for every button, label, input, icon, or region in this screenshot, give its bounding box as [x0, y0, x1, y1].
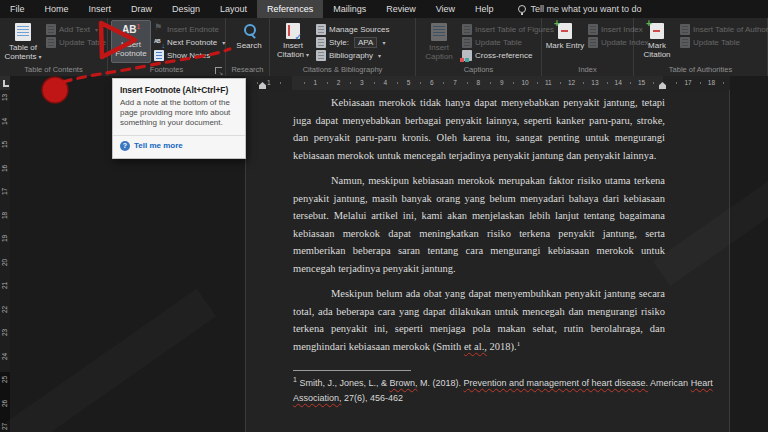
ribbon-group-table-of-contents: Table of Contents▾ Add Text ▾ Update Tab…	[0, 18, 108, 76]
mark-entry-button[interactable]: Mark Entry	[545, 20, 585, 63]
tab-review[interactable]: Review	[376, 0, 426, 18]
footnote-text: 1 Smith, J., Jones, L., & Brown, M. (201…	[293, 376, 713, 405]
next-footnote-icon	[154, 37, 164, 48]
ruler-tick: 20	[0, 256, 10, 268]
tab-home[interactable]: Home	[35, 0, 79, 18]
ruler-tick: 21	[0, 279, 10, 291]
word-window: FileHomeInsertDrawDesignLayoutReferences…	[0, 0, 768, 432]
ruler-tick: 23	[0, 326, 10, 338]
lightbulb-icon	[518, 5, 526, 13]
style-selector[interactable]: Style: APA ▾	[315, 36, 390, 48]
tab-design[interactable]: Design	[162, 0, 210, 18]
ruler-dot	[374, 82, 375, 84]
ruler-tick: 18	[0, 209, 10, 221]
group-label-captions: Captions	[416, 64, 541, 76]
update-table-icon	[680, 37, 690, 48]
insert-index-button[interactable]: Insert Index	[587, 23, 631, 35]
cross-reference-icon	[462, 50, 472, 61]
tab-file[interactable]: File	[0, 0, 35, 18]
ruler-tick: 15	[0, 138, 10, 150]
ruler-tick: 1	[313, 76, 317, 90]
insert-table-of-authorities-button[interactable]: Insert Table of Authorities	[679, 23, 765, 35]
bibliography-button[interactable]: Bibliography ▾	[315, 49, 390, 61]
v-ruler: 131415161718192021222324252627	[0, 90, 10, 432]
insert-caption-icon	[431, 23, 447, 41]
tab-insert[interactable]: Insert	[79, 0, 122, 18]
tab-references[interactable]: References	[257, 0, 323, 18]
ribbon-group-footnotes: AB1 Insert Footnote Insert Endnote Next …	[108, 18, 226, 76]
ruler-tick: 18	[708, 76, 715, 90]
ruler-dot	[327, 82, 328, 84]
tell-me-label: Tell me what you want to do	[531, 4, 642, 14]
update-table-button[interactable]: Update Table	[45, 36, 105, 48]
ruler-dot	[537, 82, 538, 84]
group-label-index: Index	[542, 64, 633, 76]
ribbon-group-table-of-authorities: Mark Citation Insert Table of Authoritie…	[634, 18, 768, 76]
insert-endnote-button[interactable]: Insert Endnote	[153, 23, 223, 35]
tab-list: FileHomeInsertDrawDesignLayoutReferences…	[0, 0, 504, 18]
insert-table-of-authorities-icon	[680, 24, 690, 35]
manage-sources-icon	[316, 24, 326, 35]
ribbon-tab-bar: FileHomeInsertDrawDesignLayoutReferences…	[0, 0, 768, 18]
ruler-tick: 17	[0, 185, 10, 197]
ribbon-group-research: Search Research	[226, 18, 270, 76]
tell-me-search[interactable]: Tell me what you want to do	[518, 0, 642, 18]
style-icon	[316, 37, 326, 48]
ruler-tick: 13	[591, 76, 598, 90]
insert-index-icon	[588, 24, 598, 35]
ruler-tick: 25	[0, 373, 10, 385]
dropdown-caret-icon: ▾	[39, 54, 42, 60]
next-footnote-button[interactable]: Next Footnote ▾	[153, 36, 223, 48]
show-notes-button[interactable]: Show Notes	[153, 49, 223, 61]
manage-sources-button[interactable]: Manage Sources	[315, 23, 390, 35]
insert-footnote-icon: AB1	[119, 23, 143, 38]
tab-help[interactable]: Help	[465, 0, 504, 18]
ruler-dot	[630, 82, 631, 84]
ribbon-group-citations: Insert Citation▾ Manage Sources Style: A…	[270, 18, 416, 76]
insert-caption-button[interactable]: Insert Caption	[419, 20, 459, 63]
tab-view[interactable]: View	[426, 0, 465, 18]
update-table-figures-button[interactable]: Update Table	[461, 36, 539, 48]
update-index-button[interactable]: Update Index	[587, 36, 631, 48]
help-icon: ?	[120, 141, 130, 151]
insert-citation-button[interactable]: Insert Citation▾	[273, 20, 313, 63]
tab-stop-selector[interactable]	[0, 76, 10, 90]
dropdown-caret-icon: ▾	[222, 39, 225, 46]
ruler-dot	[350, 82, 351, 84]
ruler-dot	[723, 82, 724, 84]
ruler-dot	[490, 82, 491, 84]
ruler-dot	[257, 82, 258, 84]
insert-endnote-icon	[154, 24, 164, 35]
ruler-tick: 9	[500, 76, 504, 90]
style-value[interactable]: APA	[354, 37, 377, 48]
ruler-dot	[583, 82, 584, 84]
paragraph: Meskipun belum ada obat yang dapat menye…	[293, 285, 665, 357]
document-page[interactable]: Kebiasaan merokok tidak hanya dapat meny…	[245, 90, 730, 432]
tell-me-more-link[interactable]: ? Tell me more	[113, 136, 245, 158]
ruler-tick: 4	[383, 76, 387, 90]
left-indent-marker[interactable]	[259, 82, 266, 89]
group-label-research: Research	[226, 64, 269, 76]
group-label-footnotes: Footnotes	[108, 64, 225, 76]
insert-footnote-button[interactable]: AB1 Insert Footnote	[111, 20, 151, 63]
add-text-button[interactable]: Add Text ▾	[45, 23, 105, 35]
insert-table-of-figures-button[interactable]: Insert Table of Figures	[461, 23, 539, 35]
body-text: Kebiasaan merokok tidak hanya dapat meny…	[293, 90, 665, 405]
search-button[interactable]: Search	[229, 20, 269, 63]
tooltip-title: Insert Footnote (Alt+Ctrl+F)	[113, 79, 245, 98]
ruler-tick: 19	[0, 232, 10, 244]
footnotes-dialog-launcher[interactable]	[215, 67, 222, 74]
tab-layout[interactable]: Layout	[210, 0, 257, 18]
cross-reference-button[interactable]: Cross-reference	[461, 49, 539, 61]
update-table-authorities-button[interactable]: Update Table	[679, 36, 765, 48]
ruler-tick: 5	[407, 76, 411, 90]
mark-citation-button[interactable]: Mark Citation	[637, 20, 677, 63]
tab-mailings[interactable]: Mailings	[323, 0, 376, 18]
table-of-contents-button[interactable]: Table of Contents▾	[3, 20, 43, 63]
ruler-tick: 14	[615, 76, 622, 90]
ruler-tick: 1	[267, 76, 271, 90]
mark-citation-icon	[650, 23, 664, 39]
ruler-dot	[443, 82, 444, 84]
tab-draw[interactable]: Draw	[121, 0, 162, 18]
dropdown-caret-icon: ▾	[382, 39, 385, 46]
